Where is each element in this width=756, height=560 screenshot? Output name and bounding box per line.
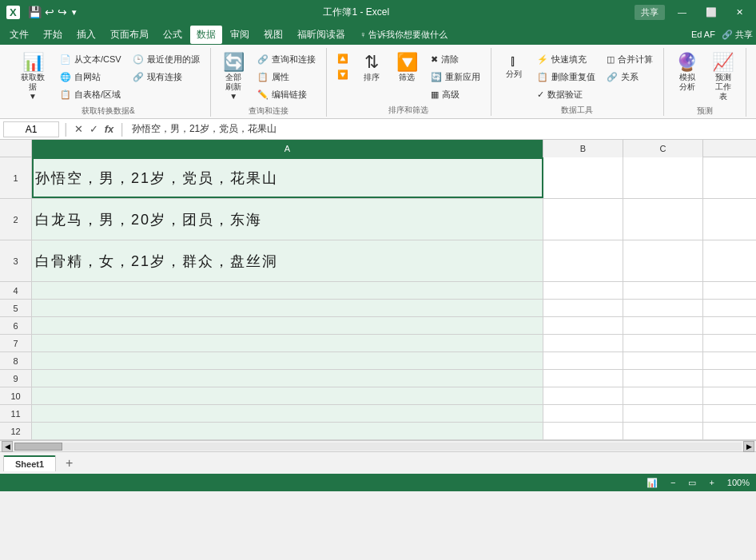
cell-b3[interactable] bbox=[543, 240, 623, 281]
cell-c10[interactable] bbox=[623, 387, 703, 404]
validate-button[interactable]: ✓ 数据验证 bbox=[533, 86, 599, 103]
col-header-b[interactable]: B bbox=[543, 140, 623, 157]
add-sheet-button[interactable]: + bbox=[59, 455, 79, 472]
outline-button[interactable]: ≡ 分级显示 bbox=[753, 51, 756, 94]
sort-button[interactable]: ⇅ 排序 bbox=[356, 51, 388, 85]
cell-b12[interactable] bbox=[543, 423, 623, 439]
cell-b7[interactable] bbox=[543, 335, 623, 351]
scroll-thumb-h[interactable] bbox=[14, 443, 62, 451]
quick-access-dropdown[interactable]: ▼ bbox=[70, 8, 78, 17]
menu-item-insert[interactable]: 插入 bbox=[70, 26, 102, 44]
cell-name-input[interactable] bbox=[3, 121, 59, 137]
minimize-button[interactable]: — bbox=[671, 6, 693, 18]
menu-item-ask[interactable]: ♀ 告诉我你想要做什么 bbox=[353, 26, 454, 43]
cell-a3[interactable]: 白骨精，女，21岁，群众，盘丝洞 bbox=[32, 240, 543, 281]
refresh-all-button[interactable]: 🔄 全部刷新▼ bbox=[217, 51, 250, 104]
col-header-c[interactable]: C bbox=[623, 140, 703, 157]
cell-b6[interactable] bbox=[543, 317, 623, 334]
cell-c3[interactable] bbox=[623, 240, 703, 281]
cell-a8[interactable] bbox=[32, 352, 543, 369]
table-range-button[interactable]: 📋 自表格/区域 bbox=[56, 86, 125, 103]
cell-b9[interactable] bbox=[543, 370, 623, 387]
menu-item-view[interactable]: 视图 bbox=[257, 26, 289, 44]
menu-item-reader[interactable]: 福昕阅读器 bbox=[291, 26, 352, 44]
cell-a9[interactable] bbox=[32, 370, 543, 387]
advanced-button[interactable]: ▦ 高级 bbox=[427, 86, 484, 103]
cell-b11[interactable] bbox=[543, 405, 623, 422]
edit-links-button[interactable]: ✏️ 编辑链接 bbox=[253, 86, 320, 103]
cell-a4[interactable] bbox=[32, 282, 543, 299]
cell-a7[interactable] bbox=[32, 335, 543, 351]
filter-button[interactable]: 🔽 筛选 bbox=[391, 51, 424, 85]
cell-b8[interactable] bbox=[543, 352, 623, 369]
menu-item-review[interactable]: 审阅 bbox=[224, 26, 256, 44]
scroll-right-button[interactable]: ▶ bbox=[743, 441, 754, 452]
zoom-slider[interactable]: ▭ bbox=[688, 478, 696, 488]
properties-button[interactable]: 📋 属性 bbox=[253, 69, 320, 85]
what-if-button[interactable]: 🔮 模拟分析 bbox=[670, 51, 704, 94]
cell-b2[interactable] bbox=[543, 199, 623, 240]
relation-button[interactable]: 🔗 关系 bbox=[603, 69, 657, 85]
cell-b4[interactable] bbox=[543, 282, 623, 299]
zoom-in-button[interactable]: + bbox=[709, 478, 714, 487]
query-connect-button[interactable]: 🔗 查询和连接 bbox=[253, 51, 320, 68]
horizontal-scrollbar[interactable]: ◀ ▶ bbox=[0, 440, 756, 451]
menu-item-formula[interactable]: 公式 bbox=[157, 26, 189, 44]
view-normal-icon[interactable]: 📊 bbox=[647, 478, 658, 488]
cell-c8[interactable] bbox=[623, 352, 703, 369]
scroll-track-h[interactable] bbox=[14, 443, 742, 451]
menu-item-file[interactable]: 文件 bbox=[3, 26, 35, 44]
insert-function-icon[interactable]: fx bbox=[103, 123, 116, 135]
consolidate-button[interactable]: ◫ 合并计算 bbox=[603, 51, 657, 68]
cell-c2[interactable] bbox=[623, 199, 703, 240]
cell-a1[interactable]: 孙悟空，男，21岁，党员，花果山 bbox=[32, 157, 543, 198]
cell-c12[interactable] bbox=[623, 423, 703, 439]
cell-a12[interactable] bbox=[32, 423, 543, 439]
cell-c1[interactable] bbox=[623, 157, 703, 198]
quick-access-save[interactable]: 💾 bbox=[28, 6, 42, 18]
cell-a6[interactable] bbox=[32, 317, 543, 334]
cell-b10[interactable] bbox=[543, 387, 623, 404]
get-data-button[interactable]: 📊 获取数据▼ bbox=[13, 51, 53, 104]
share-button[interactable]: 共享 bbox=[635, 5, 665, 20]
cell-a10[interactable] bbox=[32, 387, 543, 404]
text-csv-button[interactable]: 📄 从文本/CSV bbox=[56, 51, 125, 68]
cancel-formula-icon[interactable]: ✕ bbox=[73, 123, 85, 135]
flash-fill-button[interactable]: ⚡ 快速填充 bbox=[533, 51, 599, 68]
col-header-a[interactable]: A bbox=[32, 140, 543, 157]
cell-c6[interactable] bbox=[623, 317, 703, 334]
cell-c11[interactable] bbox=[623, 405, 703, 422]
menu-item-data[interactable]: 数据 bbox=[190, 26, 222, 44]
cell-b5[interactable] bbox=[543, 300, 623, 316]
cell-c7[interactable] bbox=[623, 335, 703, 351]
menu-item-layout[interactable]: 页面布局 bbox=[104, 26, 155, 44]
cell-c4[interactable] bbox=[623, 282, 703, 299]
scroll-left-button[interactable]: ◀ bbox=[2, 441, 13, 452]
sheet-tab-sheet1[interactable]: Sheet1 bbox=[3, 455, 56, 471]
web-button[interactable]: 🌐 自网站 bbox=[56, 69, 125, 85]
cell-c5[interactable] bbox=[623, 300, 703, 316]
cell-a5[interactable] bbox=[32, 300, 543, 316]
cell-a11[interactable] bbox=[32, 405, 543, 422]
share-icon[interactable]: 🔗 共享 bbox=[722, 29, 753, 41]
split-col-button[interactable]: ⫿ 分列 bbox=[498, 51, 530, 81]
menu-item-home[interactable]: 开始 bbox=[37, 26, 69, 44]
quick-access-undo[interactable]: ↩ bbox=[45, 6, 54, 18]
zoom-out-button[interactable]: − bbox=[670, 478, 675, 487]
cell-a2[interactable]: 白龙马，男，20岁，团员，东海 bbox=[32, 199, 543, 240]
filter-icon: 🔽 bbox=[396, 54, 418, 71]
recent-sources-button[interactable]: 🕒 最近使用的源 bbox=[129, 51, 204, 68]
maximize-button[interactable]: ⬜ bbox=[699, 6, 723, 19]
sort-asc-button[interactable]: 🔼 bbox=[333, 51, 352, 66]
forecast-sheet-button[interactable]: 📈 预测工作表 bbox=[707, 51, 739, 104]
cell-c9[interactable] bbox=[623, 370, 703, 387]
existing-conn-button[interactable]: 🔗 现有连接 bbox=[129, 69, 204, 85]
remove-dup-button[interactable]: 📋 删除重复值 bbox=[533, 69, 599, 85]
clear-button[interactable]: ✖ 清除 bbox=[427, 51, 484, 68]
reapply-button[interactable]: 🔄 重新应用 bbox=[427, 69, 484, 85]
cell-b1[interactable] bbox=[543, 157, 623, 198]
confirm-formula-icon[interactable]: ✓ bbox=[88, 123, 100, 135]
close-button[interactable]: ✕ bbox=[730, 6, 750, 19]
sort-desc-button[interactable]: 🔽 bbox=[333, 67, 352, 82]
quick-access-redo[interactable]: ↪ bbox=[58, 6, 67, 18]
